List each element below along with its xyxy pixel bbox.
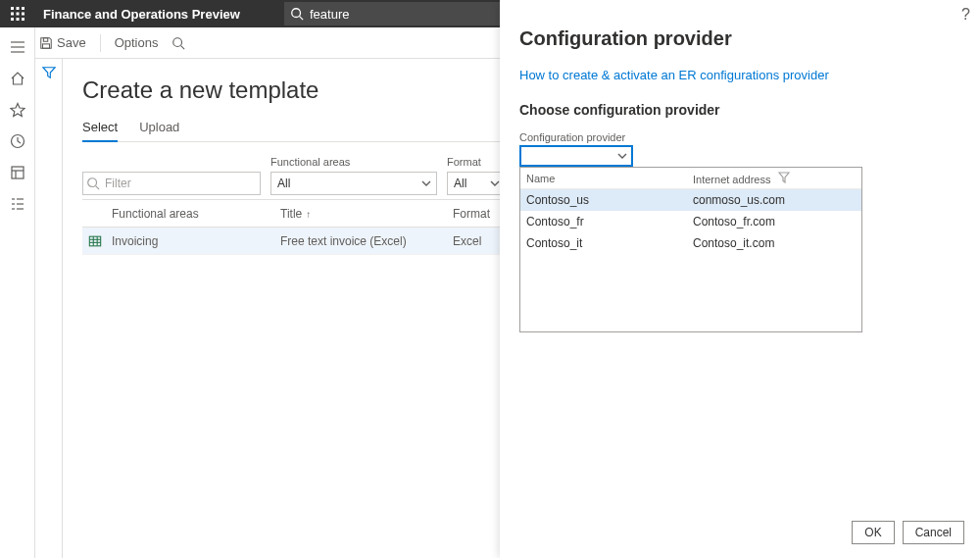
svg-rect-4 bbox=[17, 13, 20, 16]
left-rail bbox=[0, 27, 35, 558]
panel-title: Configuration provider bbox=[519, 27, 960, 50]
svg-rect-0 bbox=[11, 7, 14, 10]
modules-icon bbox=[10, 196, 25, 212]
side-panel: ? Configuration provider How to create &… bbox=[500, 0, 980, 558]
clock-icon bbox=[10, 133, 25, 149]
nav-favorites[interactable] bbox=[0, 94, 35, 126]
nav-home[interactable] bbox=[0, 63, 35, 94]
lookup-cell-name: Contoso_fr bbox=[526, 215, 693, 228]
svg-rect-25 bbox=[43, 43, 50, 47]
functional-areas-value: All bbox=[277, 177, 290, 190]
svg-rect-2 bbox=[22, 7, 24, 10]
global-search bbox=[284, 2, 519, 25]
lookup-cell-address: Contoso_fr.com bbox=[693, 215, 856, 228]
filter-label-spacer bbox=[82, 156, 261, 170]
svg-line-27 bbox=[181, 45, 185, 49]
panel-buttons: OK Cancel bbox=[852, 521, 964, 544]
ok-button[interactable]: OK bbox=[852, 521, 894, 544]
save-label: Save bbox=[57, 35, 86, 50]
svg-rect-5 bbox=[22, 13, 24, 16]
cell-title: Free text invoice (Excel) bbox=[280, 234, 453, 248]
search-icon bbox=[172, 36, 185, 50]
col-title-label: Title bbox=[280, 207, 302, 221]
functional-areas-select[interactable]: All bbox=[270, 172, 437, 195]
col-title[interactable]: Title↑ bbox=[280, 207, 453, 221]
svg-rect-1 bbox=[17, 7, 20, 10]
lookup-col-address-label: Internet address bbox=[693, 174, 771, 185]
app-title: Finance and Operations Preview bbox=[35, 7, 240, 22]
separator bbox=[100, 34, 101, 52]
lookup-cell-name: Contoso_it bbox=[526, 236, 693, 250]
svg-rect-24 bbox=[43, 37, 47, 41]
format-value: All bbox=[454, 177, 466, 190]
lookup-cell-name: Contoso_us bbox=[526, 193, 693, 207]
tab-select[interactable]: Select bbox=[82, 120, 118, 142]
provider-field-label: Configuration provider bbox=[519, 131, 960, 143]
panel-subheading: Choose configuration provider bbox=[519, 102, 960, 118]
waffle-icon bbox=[11, 7, 24, 21]
search-input[interactable] bbox=[284, 2, 519, 25]
lookup-row[interactable]: Contoso_us conmoso_us.com bbox=[520, 189, 861, 211]
lookup-body: Contoso_us conmoso_us.com Contoso_fr Con… bbox=[520, 189, 861, 331]
svg-rect-8 bbox=[22, 18, 24, 21]
col-functional-areas[interactable]: Functional areas bbox=[108, 207, 280, 221]
tab-upload[interactable]: Upload bbox=[139, 120, 179, 141]
star-icon bbox=[10, 102, 25, 118]
svg-rect-30 bbox=[89, 236, 100, 246]
sort-asc-icon: ↑ bbox=[306, 209, 311, 220]
chevron-down-icon bbox=[615, 149, 629, 163]
funnel-icon bbox=[42, 66, 56, 79]
filter-column bbox=[35, 59, 63, 558]
save-button[interactable]: Save bbox=[39, 35, 86, 50]
lookup-cell-address: conmoso_us.com bbox=[693, 193, 856, 207]
svg-rect-6 bbox=[11, 18, 14, 21]
filter-pane-toggle[interactable] bbox=[35, 59, 63, 86]
nav-menu-button[interactable] bbox=[0, 31, 35, 63]
lookup-col-address[interactable]: Internet address bbox=[693, 172, 856, 185]
lookup-row[interactable]: Contoso_it Contoso_it.com bbox=[520, 232, 861, 254]
lookup-cell-address: Contoso_it.com bbox=[693, 236, 856, 250]
help-button[interactable]: ? bbox=[961, 6, 970, 24]
svg-rect-15 bbox=[12, 167, 24, 178]
svg-point-26 bbox=[173, 37, 182, 46]
save-icon bbox=[39, 36, 53, 50]
chevron-down-icon bbox=[420, 178, 432, 189]
format-select[interactable]: All bbox=[447, 172, 506, 195]
page-search-button[interactable] bbox=[172, 36, 185, 50]
excel-icon bbox=[88, 234, 102, 248]
funnel-icon bbox=[778, 172, 790, 183]
filter-input[interactable] bbox=[82, 172, 261, 195]
workspace-icon bbox=[10, 165, 25, 180]
lookup-col-name[interactable]: Name bbox=[526, 173, 693, 184]
cell-functional-area: Invoicing bbox=[108, 234, 280, 248]
functional-areas-label: Functional areas bbox=[270, 156, 437, 170]
options-button[interactable]: Options bbox=[115, 35, 159, 50]
cancel-button[interactable]: Cancel bbox=[903, 521, 964, 544]
options-label: Options bbox=[115, 35, 159, 50]
nav-workspaces[interactable] bbox=[0, 157, 35, 188]
lookup-row[interactable]: Contoso_fr Contoso_fr.com bbox=[520, 211, 861, 232]
svg-rect-3 bbox=[11, 13, 14, 16]
svg-rect-7 bbox=[17, 18, 20, 21]
help-link[interactable]: How to create & activate an ER configura… bbox=[519, 68, 960, 82]
provider-combobox[interactable] bbox=[519, 145, 633, 167]
lookup-header: Name Internet address bbox=[520, 168, 861, 189]
home-icon bbox=[10, 71, 25, 86]
row-marker-icon bbox=[82, 234, 108, 248]
format-label: Format bbox=[447, 156, 506, 170]
app-launcher-button[interactable] bbox=[0, 0, 35, 27]
provider-lookup: Name Internet address Contoso_us conmoso… bbox=[519, 167, 862, 332]
nav-recent[interactable] bbox=[0, 126, 35, 157]
hamburger-icon bbox=[10, 39, 25, 55]
nav-modules[interactable] bbox=[0, 188, 35, 220]
